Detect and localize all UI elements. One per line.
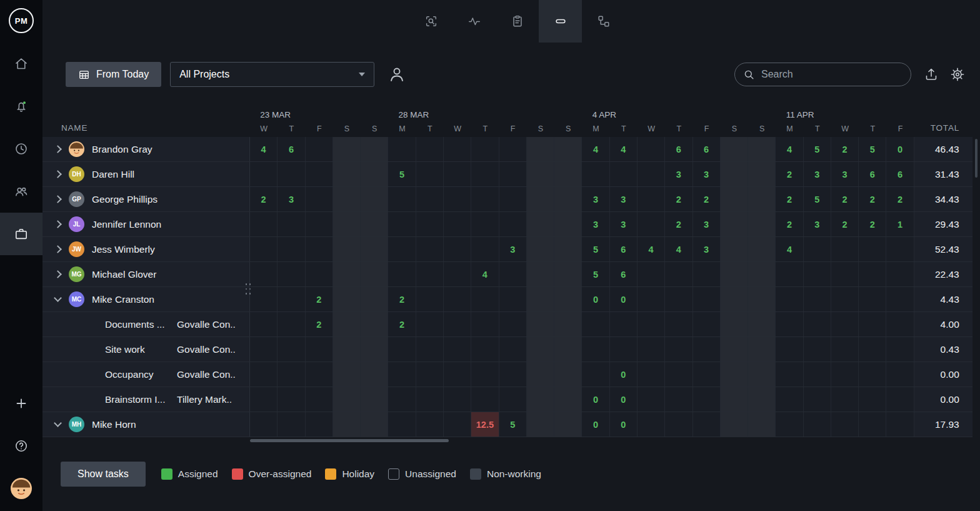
allocation-cell[interactable] [582, 337, 609, 362]
allocation-cell[interactable] [306, 362, 333, 387]
row-name-cell[interactable]: JWJess Wimberly [42, 237, 250, 261]
resource-row[interactable]: JWJess Wimberly356443452.43 [42, 237, 972, 262]
allocation-cell[interactable] [333, 162, 361, 186]
allocation-cell[interactable] [693, 387, 721, 412]
expand-chevron-icon[interactable] [54, 270, 62, 278]
allocation-cell[interactable] [250, 212, 278, 236]
sidebar-item-projects[interactable] [0, 213, 42, 255]
allocation-cell[interactable] [278, 162, 305, 186]
allocation-cell[interactable] [554, 137, 582, 161]
allocation-cell[interactable] [444, 262, 471, 286]
profile-avatar[interactable] [0, 467, 42, 510]
allocation-cell[interactable] [306, 162, 333, 186]
allocation-cell[interactable] [831, 237, 859, 261]
allocation-cell[interactable]: 4 [610, 137, 638, 161]
resource-row[interactable]: Brandon Gray4644664525046.43 [42, 137, 972, 162]
expand-chevron-icon[interactable] [54, 245, 62, 253]
allocation-cell[interactable]: 0 [582, 412, 609, 437]
allocation-cell[interactable]: 3 [582, 187, 609, 211]
allocation-cell[interactable] [831, 362, 859, 387]
row-name-cell[interactable]: OccupancyGovalle Con.. [42, 362, 250, 387]
allocation-cell[interactable] [638, 212, 665, 236]
allocation-cell[interactable] [250, 362, 278, 387]
allocation-cell[interactable] [333, 387, 361, 412]
allocation-cell[interactable] [306, 187, 333, 211]
allocation-cell[interactable] [278, 212, 305, 236]
row-name-cell[interactable]: GPGeorge Phillips [42, 187, 250, 211]
allocation-cell[interactable] [693, 262, 721, 286]
allocation-cell[interactable] [554, 362, 582, 387]
allocation-cell[interactable]: 2 [388, 287, 416, 311]
allocation-cell[interactable] [278, 337, 305, 362]
allocation-cell[interactable] [721, 137, 748, 161]
allocation-cell[interactable]: 6 [886, 162, 914, 186]
allocation-cell[interactable] [886, 287, 914, 311]
allocation-cell[interactable] [444, 287, 471, 311]
task-row[interactable]: Documents ...Govalle Con..224.00 [42, 312, 972, 337]
allocation-cell[interactable] [886, 262, 914, 286]
allocation-cell[interactable] [278, 387, 305, 412]
allocation-cell[interactable] [361, 137, 388, 161]
allocation-cell[interactable] [416, 212, 444, 236]
allocation-cell[interactable] [748, 337, 776, 362]
add-button[interactable] [0, 382, 42, 425]
allocation-cell[interactable] [831, 262, 859, 286]
allocation-cell[interactable] [416, 312, 444, 336]
allocation-cell[interactable] [665, 362, 692, 387]
allocation-cell[interactable] [333, 337, 361, 362]
allocation-cell[interactable] [471, 137, 499, 161]
allocation-cell[interactable] [306, 412, 333, 437]
allocation-cell[interactable] [278, 237, 305, 261]
allocation-cell[interactable] [250, 162, 278, 186]
allocation-cell[interactable]: 3 [693, 162, 721, 186]
allocation-cell[interactable] [776, 412, 803, 437]
vertical-scrollbar[interactable] [975, 139, 978, 178]
allocation-cell[interactable] [748, 137, 776, 161]
allocation-cell[interactable]: 2 [693, 187, 721, 211]
allocation-cell[interactable] [361, 387, 388, 412]
allocation-cell[interactable] [748, 262, 776, 286]
allocation-cell[interactable] [554, 187, 582, 211]
allocation-cell[interactable] [721, 412, 748, 437]
allocation-cell[interactable] [388, 412, 416, 437]
row-name-cell[interactable]: JLJennifer Lennon [42, 212, 250, 236]
expand-chevron-icon[interactable] [54, 170, 62, 178]
allocation-cell[interactable] [499, 137, 527, 161]
allocation-cell[interactable] [250, 312, 278, 336]
allocation-cell[interactable] [333, 212, 361, 236]
allocation-cell[interactable] [886, 412, 914, 437]
allocation-cell[interactable] [527, 187, 554, 211]
task-row[interactable]: Brainstorm I...Tillery Mark..000.00 [42, 387, 972, 412]
allocation-cell[interactable]: 2 [859, 187, 886, 211]
tab-workflow[interactable] [582, 0, 625, 43]
allocation-cell[interactable]: 2 [665, 187, 692, 211]
allocation-cell[interactable] [361, 312, 388, 336]
allocation-cell[interactable] [250, 287, 278, 311]
allocation-cell[interactable]: 3 [610, 212, 638, 236]
collapse-chevron-icon[interactable] [54, 419, 62, 427]
allocation-cell[interactable]: 2 [665, 212, 692, 236]
allocation-cell[interactable]: 2 [831, 187, 859, 211]
allocation-cell[interactable] [721, 187, 748, 211]
allocation-cell[interactable] [471, 337, 499, 362]
allocation-cell[interactable] [444, 137, 471, 161]
collapse-chevron-icon[interactable] [54, 294, 62, 302]
task-row[interactable]: OccupancyGovalle Con..00.00 [42, 362, 972, 387]
allocation-cell[interactable] [444, 237, 471, 261]
allocation-cell[interactable] [886, 312, 914, 336]
sidebar-item-team[interactable] [0, 170, 42, 213]
allocation-cell[interactable] [527, 362, 554, 387]
allocation-cell[interactable] [554, 337, 582, 362]
allocation-cell[interactable] [471, 237, 499, 261]
expand-chevron-icon[interactable] [54, 220, 62, 228]
allocation-cell[interactable] [388, 137, 416, 161]
allocation-cell[interactable] [804, 237, 831, 261]
allocation-cell[interactable] [527, 212, 554, 236]
allocation-cell[interactable] [748, 237, 776, 261]
allocation-cell[interactable] [416, 262, 444, 286]
allocation-cell[interactable] [582, 312, 609, 336]
allocation-cell[interactable] [638, 262, 665, 286]
allocation-cell[interactable] [665, 312, 692, 336]
allocation-cell[interactable] [527, 412, 554, 437]
allocation-cell[interactable] [527, 312, 554, 336]
